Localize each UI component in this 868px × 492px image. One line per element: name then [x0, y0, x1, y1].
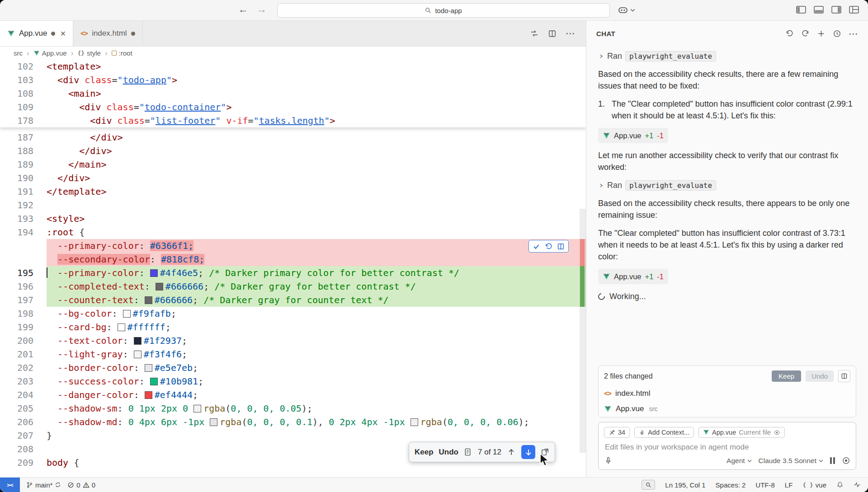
tools-count-chip[interactable]: 34 — [604, 427, 630, 438]
go-to-file-icon[interactable] — [464, 448, 472, 456]
chat-history-icon[interactable] — [833, 29, 841, 38]
mode-dropdown[interactable]: Agent — [726, 457, 752, 465]
line-number[interactable]: 207 — [0, 429, 33, 442]
redo-icon[interactable] — [801, 29, 810, 38]
language-mode[interactable]: { } vue — [802, 481, 826, 489]
forward-arrow-icon[interactable]: → — [257, 3, 267, 16]
code-line[interactable]: 207} — [0, 429, 586, 442]
line-number[interactable]: 196 — [0, 280, 33, 293]
tool-call-row[interactable]: Ranplaywright_evaluate — [598, 179, 856, 191]
color-swatch[interactable] — [123, 310, 131, 318]
color-swatch[interactable] — [134, 337, 142, 345]
branch-status[interactable]: main* — [26, 481, 61, 489]
code-line[interactable]: 194:root { — [0, 225, 586, 239]
line-number[interactable]: 190 — [0, 171, 33, 185]
undo-all-button[interactable]: Undo — [806, 370, 834, 382]
breadcrumb-item-root[interactable]: :root — [112, 49, 132, 57]
line-number[interactable]: 188 — [0, 144, 33, 158]
indentation[interactable]: Spaces: 2 — [716, 481, 746, 489]
color-swatch[interactable] — [210, 418, 217, 426]
eol-sequence[interactable]: LF — [785, 481, 793, 489]
breadcrumb-item-src[interactable]: src — [14, 49, 23, 57]
line-number[interactable]: 178 — [0, 114, 33, 127]
color-swatch[interactable] — [150, 378, 158, 385]
line-number[interactable]: 187 — [0, 131, 33, 144]
code-line[interactable]: 189 </main> — [0, 158, 586, 171]
changed-file-chip[interactable]: App.vue+1-1 — [598, 269, 668, 284]
changed-file-row[interactable]: App.vue src — [599, 402, 856, 417]
color-swatch[interactable] — [150, 269, 158, 277]
changed-file-chip[interactable]: App.vue+1-1 — [598, 128, 668, 143]
line-number[interactable]: 209 — [0, 456, 33, 469]
more-actions-icon[interactable]: ⋯ — [566, 31, 575, 36]
line-number[interactable]: 191 — [0, 185, 33, 198]
close-tab-icon[interactable]: × — [60, 29, 66, 38]
color-swatch[interactable] — [145, 364, 152, 372]
code-line[interactable]: 202 --border-color: #e5e7eb; — [0, 361, 586, 375]
code-editor[interactable]: 102<template>103 <div class="todo-app">1… — [0, 60, 586, 477]
line-number[interactable]: 197 — [0, 293, 33, 307]
breadcrumb-item-style[interactable]: {} style — [77, 49, 101, 57]
cursor-position[interactable]: Ln 195, Col 1 — [665, 481, 705, 489]
code-line[interactable]: 199 --card-bg: #ffffff; — [0, 320, 586, 334]
open-diff-icon[interactable] — [557, 243, 565, 250]
code-line[interactable]: 103 <div class="todo-app"> — [0, 73, 586, 87]
line-number[interactable]: 205 — [0, 402, 33, 415]
color-swatch[interactable] — [118, 323, 125, 331]
chat-input-box[interactable]: 34 Add Context... App.vue Current file E… — [598, 422, 856, 470]
line-number[interactable]: 192 — [0, 198, 33, 212]
line-number[interactable]: 208 — [0, 442, 33, 456]
color-swatch[interactable] — [156, 283, 163, 291]
copilot-menu[interactable] — [618, 5, 635, 15]
remote-indicator[interactable]: >< — [0, 478, 20, 492]
color-swatch[interactable] — [134, 351, 142, 358]
code-line[interactable]: --primary-color: #6366f1; — [0, 239, 586, 253]
line-number[interactable] — [0, 253, 33, 266]
pause-button[interactable] — [830, 457, 835, 464]
line-number[interactable]: 206 — [0, 415, 33, 429]
color-swatch[interactable] — [193, 405, 201, 412]
code-line[interactable]: 203 --success-color: #10b981; — [0, 375, 586, 388]
customize-layout-icon[interactable] — [849, 6, 859, 14]
open-changes-icon[interactable] — [530, 29, 539, 38]
discard-change-icon[interactable] — [545, 243, 552, 250]
code-line[interactable]: 200 --text-color: #1f2937; — [0, 334, 586, 347]
code-line[interactable]: 205 --shadow-sm: 0 1px 2px 0 rgba(0, 0, … — [0, 402, 586, 415]
tab-app-vue[interactable]: App.vue × — [0, 21, 73, 46]
code-line[interactable]: 193<style> — [0, 212, 586, 225]
line-number[interactable]: 193 — [0, 212, 33, 225]
record-button[interactable] — [842, 456, 850, 465]
new-chat-icon[interactable] — [817, 29, 826, 38]
chat-more-icon[interactable]: ⋯ — [849, 32, 858, 36]
code-line[interactable]: 187 </div> — [0, 131, 586, 144]
next-edit-button[interactable] — [521, 445, 535, 459]
code-line[interactable]: 197 --counter-text: #666666; /* Darker g… — [0, 293, 586, 307]
code-line[interactable]: 201 --light-gray: #f3f4f6; — [0, 347, 586, 361]
view-changes-button[interactable] — [838, 370, 850, 382]
code-line[interactable]: 204 --danger-color: #ef4444; — [0, 388, 586, 402]
code-line[interactable]: 109 <div class="todo-container"> — [0, 100, 586, 114]
code-line[interactable]: 102<template> — [0, 60, 586, 73]
tab-index-html[interactable]: <> index.html — [73, 21, 143, 46]
code-line[interactable]: 206 --shadow-md: 0 4px 6px -1px rgba(0, … — [0, 415, 586, 429]
microphone-icon[interactable] — [604, 456, 613, 465]
activity-icon[interactable] — [854, 481, 861, 488]
undo-button[interactable]: Undo — [439, 448, 458, 457]
previous-edit-icon[interactable] — [507, 448, 516, 457]
search-status-icon[interactable] — [642, 480, 655, 490]
color-swatch[interactable] — [145, 391, 152, 399]
code-line[interactable]: 198 --bg-color: #f9fafb; — [0, 307, 586, 320]
encoding[interactable]: UTF-8 — [755, 481, 775, 489]
line-number[interactable] — [0, 239, 33, 253]
line-number[interactable]: 109 — [0, 100, 33, 114]
line-number[interactable]: 102 — [0, 60, 33, 73]
line-number[interactable]: 189 — [0, 158, 33, 171]
add-context-chip[interactable]: Add Context... — [634, 427, 694, 438]
line-number[interactable]: 201 — [0, 347, 33, 361]
toggle-sidebar-right-icon[interactable] — [831, 6, 841, 14]
line-number[interactable]: 200 — [0, 334, 33, 347]
split-editor-icon[interactable] — [548, 29, 557, 38]
code-line[interactable]: 196 --completed-text: #666666; /* Darker… — [0, 280, 586, 293]
code-line[interactable]: --secondary-color: #818cf8; — [0, 253, 586, 266]
undo-checkpoint-icon[interactable] — [785, 29, 794, 38]
